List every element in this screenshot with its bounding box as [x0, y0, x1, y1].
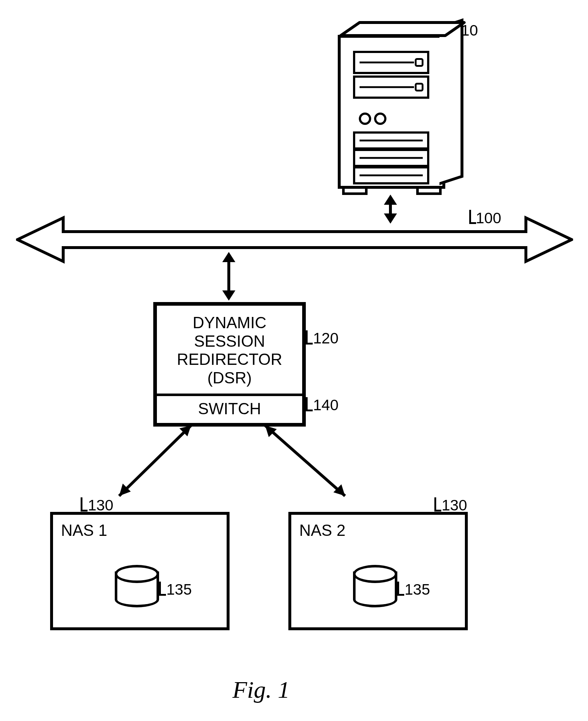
server-front	[338, 35, 445, 189]
ref-label-bus: 100	[476, 209, 501, 227]
dsr-line1: DYNAMIC	[193, 314, 267, 331]
ref-tick-nas-left	[81, 497, 88, 512]
ref-label-switch: 140	[313, 396, 338, 414]
nas-2-disk-icon	[353, 571, 397, 607]
dsr-line2: SESSION	[194, 332, 265, 350]
ref-tick-dsr	[306, 330, 313, 345]
server-button-1	[359, 113, 371, 125]
server-bay-1	[353, 131, 429, 150]
nas-1-label: NAS 1	[61, 521, 107, 539]
server-button-2	[374, 113, 386, 125]
server-bay-2	[353, 149, 429, 167]
switch-label: SWITCH	[198, 400, 261, 417]
server-side	[439, 19, 463, 185]
dsr-line3: REDIRECTOR	[177, 350, 282, 368]
server-bay-3	[353, 166, 429, 184]
diagram-canvas: 110 100	[0, 0, 588, 721]
ref-label-dsr: 120	[313, 330, 338, 347]
ref-tick-disk-left	[159, 582, 166, 596]
ref-tick-bus	[469, 210, 476, 224]
svg-line-2	[119, 425, 191, 496]
ref-label-nas-right: 130	[442, 497, 467, 514]
figure-caption: Fig. 1	[232, 676, 290, 704]
nas-1-box: NAS 1 135	[50, 512, 230, 630]
ref-tick-disk-right	[397, 582, 404, 596]
server-drive-2	[353, 76, 429, 99]
server-foot-left	[342, 186, 368, 195]
ref-label-nas-left: 130	[88, 497, 113, 514]
server-foot-right	[416, 186, 442, 195]
ref-tick-switch	[306, 397, 313, 411]
svg-marker-0	[341, 23, 464, 36]
dsr-main: DYNAMIC SESSION REDIRECTOR (DSR)	[157, 306, 302, 396]
dsr-line4: (DSR)	[207, 369, 252, 387]
nas-2-label: NAS 2	[299, 521, 345, 539]
ref-tick-nas-right	[434, 497, 441, 512]
ref-label-disk-left: 135	[166, 581, 192, 598]
arrow-switch-nas	[91, 417, 374, 512]
ref-label-disk-right: 135	[405, 581, 430, 598]
svg-line-5	[265, 425, 345, 496]
dsr-box: DYNAMIC SESSION REDIRECTOR (DSR) SWITCH	[153, 302, 306, 427]
server-drive-1	[353, 51, 429, 74]
nas-1-disk-icon	[115, 571, 159, 607]
nas-2-box: NAS 2 135	[288, 512, 468, 630]
